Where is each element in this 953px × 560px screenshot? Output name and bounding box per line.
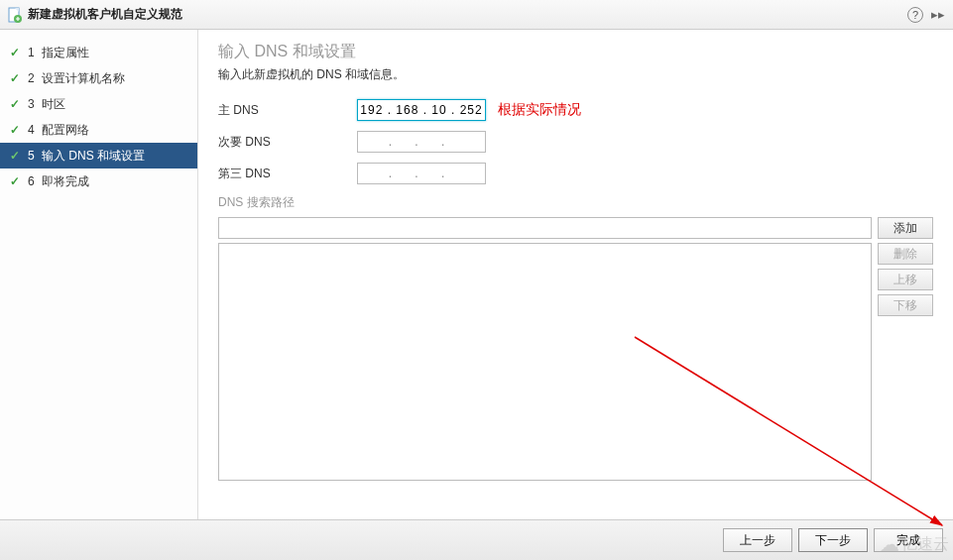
check-icon: ✓ bbox=[10, 174, 24, 188]
sidebar-step-4[interactable]: ✓ 4 配置网络 bbox=[0, 117, 197, 143]
finish-button[interactable]: 完成 bbox=[874, 528, 943, 552]
sidebar-step-3[interactable]: ✓ 3 时区 bbox=[0, 91, 197, 117]
primary-dns-label: 主 DNS bbox=[218, 102, 357, 119]
step-label: 时区 bbox=[42, 96, 65, 113]
ip-value: . . . bbox=[389, 167, 455, 180]
check-icon: ✓ bbox=[10, 123, 24, 137]
delete-button[interactable]: 删除 bbox=[878, 243, 933, 265]
titlebar: 新建虚拟机客户机自定义规范 ? ▸▸ bbox=[0, 0, 953, 30]
wizard-sidebar: ✓ 1 指定属性 ✓ 2 设置计算机名称 ✓ 3 时区 ✓ 4 配置网络 ✓ 5… bbox=[0, 30, 198, 519]
sidebar-step-2[interactable]: ✓ 2 设置计算机名称 bbox=[0, 65, 197, 91]
dns-search-path-input[interactable] bbox=[218, 217, 872, 239]
step-number: 1 bbox=[28, 46, 42, 59]
primary-dns-input[interactable]: 192 . 168 . 10 . 252 bbox=[357, 99, 486, 121]
step-number: 5 bbox=[28, 149, 42, 163]
move-up-button[interactable]: 上移 bbox=[878, 269, 933, 290]
check-icon: ✓ bbox=[10, 71, 24, 85]
add-button[interactable]: 添加 bbox=[878, 217, 933, 239]
secondary-dns-input[interactable]: . . . bbox=[357, 131, 486, 153]
help-icon[interactable]: ? bbox=[907, 7, 923, 23]
step-number: 3 bbox=[28, 97, 42, 111]
pin-icon[interactable]: ▸▸ bbox=[931, 7, 945, 22]
section-title: 输入 DNS 和域设置 bbox=[218, 42, 933, 62]
ip-value: 192 . 168 . 10 . 252 bbox=[360, 103, 482, 117]
check-icon: ✓ bbox=[10, 149, 24, 163]
dns-search-path-list[interactable] bbox=[218, 243, 872, 481]
sidebar-step-1[interactable]: ✓ 1 指定属性 bbox=[0, 40, 197, 65]
next-button[interactable]: 下一步 bbox=[798, 528, 868, 552]
sidebar-step-6[interactable]: ✓ 6 即将完成 bbox=[0, 168, 197, 194]
step-label: 指定属性 bbox=[42, 45, 89, 61]
step-label: 设置计算机名称 bbox=[42, 70, 125, 87]
sidebar-step-5[interactable]: ✓ 5 输入 DNS 和域设置 bbox=[0, 143, 197, 168]
check-icon: ✓ bbox=[10, 97, 24, 111]
step-label: 输入 DNS 和域设置 bbox=[42, 148, 145, 165]
step-label: 即将完成 bbox=[42, 173, 89, 190]
check-icon: ✓ bbox=[10, 46, 24, 59]
section-description: 输入此新虚拟机的 DNS 和域信息。 bbox=[218, 66, 933, 83]
secondary-dns-label: 次要 DNS bbox=[218, 134, 357, 151]
wizard-footer: 上一步 下一步 完成 bbox=[0, 519, 953, 560]
step-number: 4 bbox=[28, 123, 42, 137]
annotation-text: 根据实际情况 bbox=[498, 101, 581, 119]
document-add-icon bbox=[8, 7, 22, 23]
back-button[interactable]: 上一步 bbox=[723, 528, 792, 552]
step-number: 2 bbox=[28, 71, 42, 85]
tertiary-dns-input[interactable]: . . . bbox=[357, 163, 486, 184]
content-panel: 输入 DNS 和域设置 输入此新虚拟机的 DNS 和域信息。 主 DNS 192… bbox=[198, 30, 953, 519]
tertiary-dns-label: 第三 DNS bbox=[218, 166, 357, 182]
dns-search-path-label: DNS 搜索路径 bbox=[218, 194, 933, 211]
move-down-button[interactable]: 下移 bbox=[878, 294, 933, 316]
window-title: 新建虚拟机客户机自定义规范 bbox=[28, 6, 907, 23]
step-number: 6 bbox=[28, 174, 42, 188]
ip-value: . . . bbox=[389, 135, 455, 149]
step-label: 配置网络 bbox=[42, 122, 89, 139]
